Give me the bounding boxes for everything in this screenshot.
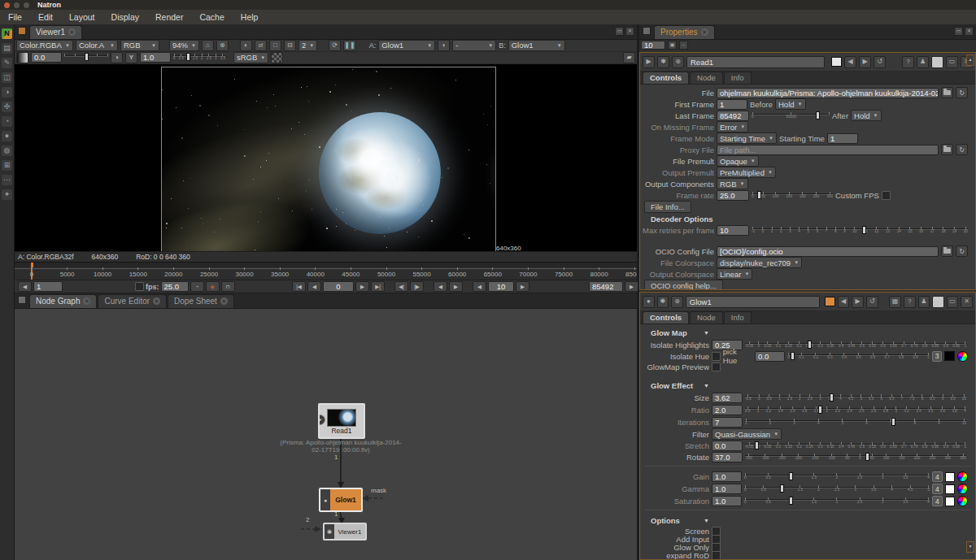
frame-mode-dropdown[interactable]: Starting Time▼ bbox=[717, 132, 777, 144]
gamma-dimension-spinbox[interactable]: 4 bbox=[932, 484, 943, 494]
color-picker-icon[interactable]: ▰ bbox=[623, 52, 635, 63]
center-node-icon[interactable]: ⊕ bbox=[671, 296, 683, 308]
undo-icon[interactable]: ◀ bbox=[844, 56, 856, 68]
size-field[interactable]: 3.62 bbox=[712, 393, 743, 403]
file-premult-dropdown[interactable]: Opaque▼ bbox=[717, 155, 759, 167]
file-path-field[interactable]: ohjelman kuukulkija/Prisma: Apollo-ohjel… bbox=[717, 88, 939, 98]
previous-keyframe-button[interactable]: ◀| bbox=[394, 281, 408, 292]
display-channels-dropdown[interactable]: RGB▼ bbox=[120, 40, 159, 51]
maximize-pane-icon[interactable]: ▭ bbox=[954, 27, 963, 36]
next-keyframe-button[interactable]: |▶ bbox=[410, 281, 424, 292]
slider-handle[interactable] bbox=[891, 418, 895, 426]
close-tab-icon[interactable]: ✕ bbox=[68, 28, 76, 36]
slider-handle[interactable] bbox=[789, 472, 793, 480]
close-window-icon[interactable] bbox=[4, 2, 10, 8]
saturation-color-wheel-icon[interactable] bbox=[957, 496, 968, 506]
tab-properties[interactable]: Properties ✕ bbox=[654, 25, 715, 39]
help-icon[interactable]: ? bbox=[904, 296, 916, 308]
hue-color-swatch[interactable] bbox=[944, 351, 955, 361]
lock-range-icon[interactable]: ⊓ bbox=[221, 281, 235, 292]
add-input-checkbox[interactable] bbox=[712, 535, 721, 544]
starting-time-field[interactable]: 1 bbox=[827, 133, 858, 144]
custom-fps-checkbox[interactable] bbox=[882, 191, 891, 200]
maximize-window-icon[interactable] bbox=[24, 2, 29, 8]
tab-controls[interactable]: Controls bbox=[643, 311, 689, 323]
slider-handle[interactable] bbox=[85, 53, 89, 61]
node-name-field[interactable]: Read1 bbox=[686, 56, 825, 68]
timeline-ruler[interactable]: 0500010000150002000025000300003500040000… bbox=[15, 267, 637, 280]
previous-increment-button[interactable]: ◀ bbox=[473, 281, 486, 292]
param-slider[interactable]: -0.0500.050.10.150.20.250.30.350.40.450.… bbox=[745, 340, 966, 350]
viewer-gamma-field[interactable]: 1.0 bbox=[140, 52, 171, 63]
expand-panel-icon[interactable]: ● bbox=[643, 296, 655, 308]
slider-handle[interactable] bbox=[789, 497, 793, 505]
play-backward-button[interactable]: ◀ bbox=[307, 281, 321, 292]
after-dropdown[interactable]: Hold▼ bbox=[851, 110, 882, 121]
menu-cache[interactable]: Cache bbox=[191, 10, 232, 24]
center-image-icon[interactable]: ⊕ bbox=[216, 40, 229, 51]
lock-zoom-icon[interactable]: ⌂ bbox=[202, 40, 214, 51]
filter-dropdown[interactable]: Quasi-Gaussian▼ bbox=[712, 428, 782, 440]
ratio-field[interactable]: 2.0 bbox=[712, 405, 743, 415]
gain-dimension-spinbox[interactable]: 4 bbox=[932, 471, 943, 482]
slider-handle[interactable] bbox=[818, 406, 822, 414]
param-slider[interactable]: 00.10.20.30.40.50.60.70.80.91 bbox=[787, 351, 929, 362]
minimize-window-icon[interactable] bbox=[14, 2, 20, 8]
param-slider[interactable]: 00.511.522.533.544.55 bbox=[744, 484, 930, 494]
menu-layout[interactable]: Layout bbox=[61, 10, 103, 24]
goto-start-button[interactable]: |◀ bbox=[292, 281, 306, 292]
param-slider[interactable]: -0.0500.050.10.150.20.250.30.350.40.450.… bbox=[745, 441, 966, 451]
hide-unmodified-icon[interactable]: ♟ bbox=[917, 56, 929, 68]
slider-handle[interactable] bbox=[808, 341, 812, 349]
slider-handle[interactable] bbox=[186, 53, 190, 61]
full-frame-icon[interactable]: □ bbox=[269, 40, 281, 51]
stretch-field[interactable]: 0.0 bbox=[712, 441, 743, 451]
clock-icon[interactable]: ◔ bbox=[190, 281, 204, 292]
views-tool-icon[interactable]: ⋯ bbox=[2, 175, 12, 185]
play-forward-button[interactable]: ▶ bbox=[355, 281, 369, 292]
redo-icon[interactable]: ▶ bbox=[859, 56, 871, 68]
max-panels-spinbox[interactable]: 10 bbox=[641, 41, 665, 50]
before-dropdown[interactable]: Hold▼ bbox=[775, 98, 806, 110]
menu-edit[interactable]: Edit bbox=[30, 10, 61, 24]
output-colorspace-dropdown[interactable]: Linear▼ bbox=[717, 268, 752, 280]
tab-dope-sheet[interactable]: Dope Sheet✕ bbox=[168, 294, 234, 308]
tab-controls[interactable]: Controls bbox=[643, 72, 689, 84]
param-slider[interactable]: -350-300-250-200-150-100-500501001502002… bbox=[745, 452, 966, 462]
paint-tool-icon[interactable]: ✎ bbox=[2, 58, 12, 68]
viewer-gain-field[interactable]: 0.0 bbox=[31, 52, 62, 63]
fps-lock-checkbox[interactable] bbox=[135, 282, 144, 291]
gamma-field[interactable]: 1.0 bbox=[712, 484, 742, 494]
next-increment-button[interactable]: ▶ bbox=[516, 281, 529, 292]
filter-tool-icon[interactable]: ✣ bbox=[2, 102, 12, 112]
output-components-dropdown[interactable]: RGB▼ bbox=[717, 178, 748, 189]
param-slider[interactable]: 0.911.21.41.51.61.822.22.42.52.62.833.23… bbox=[745, 405, 966, 415]
screen-checkbox[interactable] bbox=[712, 527, 721, 536]
ocio-help-button[interactable]: OCIO config help... bbox=[644, 280, 723, 289]
slider-handle[interactable] bbox=[865, 453, 869, 461]
redo-icon[interactable]: ▶ bbox=[852, 296, 864, 308]
saturation-dimension-spinbox[interactable]: 4 bbox=[932, 496, 943, 506]
rotate-field[interactable]: 37.0 bbox=[712, 452, 743, 462]
collapse-group-icon[interactable]: ▼ bbox=[704, 518, 709, 523]
menu-display[interactable]: Display bbox=[103, 10, 147, 24]
last-frame-field[interactable]: 85492 bbox=[717, 111, 749, 121]
node-name-field[interactable]: Glow1 bbox=[686, 296, 820, 308]
tab-node[interactable]: Node bbox=[690, 72, 723, 84]
expand-rod-checkbox[interactable] bbox=[712, 551, 721, 560]
param-slider[interactable]: 12345678910 bbox=[745, 417, 966, 428]
current-frame-field[interactable]: 0 bbox=[323, 281, 354, 292]
param-slider[interactable]: 00.511.522.533.54 bbox=[744, 496, 930, 506]
minimize-panel-icon[interactable]: ▭ bbox=[947, 296, 959, 308]
overlay-color-icon[interactable]: ▦ bbox=[889, 296, 901, 308]
wipe-icon[interactable]: ◖ bbox=[438, 40, 450, 51]
gain-gradient-icon[interactable] bbox=[16, 52, 28, 63]
settings-icon[interactable]: ✱ bbox=[657, 296, 669, 308]
pane-menu-icon[interactable] bbox=[18, 27, 26, 35]
apply-on-alpha-checkbox[interactable] bbox=[712, 559, 721, 560]
hide-unmodified-icon[interactable]: ♟ bbox=[918, 296, 930, 308]
slider-handle[interactable] bbox=[830, 393, 834, 402]
pane-menu-icon[interactable] bbox=[643, 27, 651, 35]
reload-file-icon[interactable]: ↻ bbox=[956, 144, 968, 155]
proxy-file-field[interactable]: File path... bbox=[717, 145, 939, 155]
